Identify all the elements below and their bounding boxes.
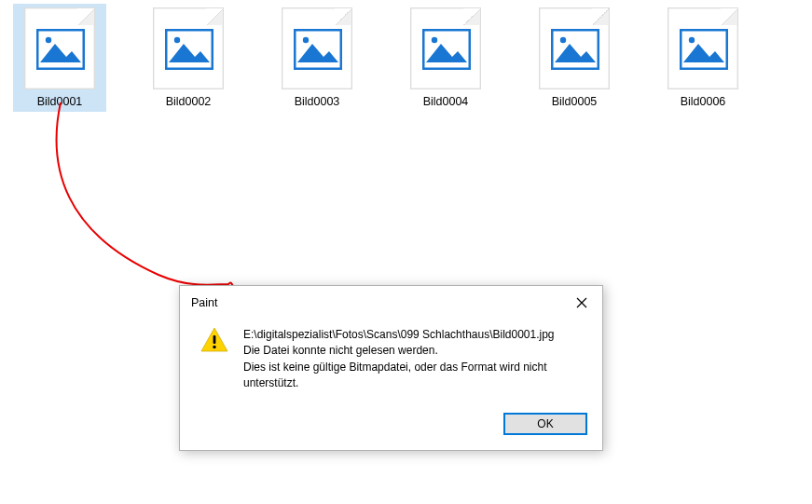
svg-rect-4	[295, 30, 341, 69]
dialog-line1: Die Datei konnte nicht gelesen werden.	[243, 343, 585, 359]
dialog-message: E:\digitalspezialist\Fotos\Scans\099 Sch…	[243, 327, 585, 392]
dialog-title: Paint	[191, 296, 218, 309]
svg-rect-0	[37, 30, 84, 69]
svg-point-13	[213, 346, 215, 348]
dialog-body: E:\digitalspezialist\Fotos\Scans\099 Sch…	[180, 318, 602, 400]
image-file-icon	[667, 7, 738, 89]
file-item[interactable]: Bild0004	[399, 4, 492, 112]
image-file-icon	[282, 7, 352, 89]
file-item[interactable]: Bild0005	[528, 4, 621, 112]
svg-rect-10	[681, 30, 727, 69]
file-label: Bild0004	[423, 95, 469, 108]
svg-rect-2	[166, 30, 213, 69]
file-label: Bild0002	[166, 95, 212, 108]
svg-rect-6	[423, 30, 470, 69]
dialog-footer: OK	[180, 400, 602, 450]
close-button[interactable]	[571, 293, 593, 312]
svg-point-3	[174, 37, 180, 43]
file-grid: Bild0001Bild0002Bild0003Bild0004Bild0005…	[0, 0, 812, 116]
ok-button[interactable]: OK	[503, 413, 587, 435]
close-icon	[576, 297, 587, 308]
image-file-icon	[24, 7, 95, 89]
file-label: Bild0003	[295, 95, 340, 108]
file-item[interactable]: Bild0002	[142, 4, 235, 112]
svg-point-5	[303, 37, 309, 43]
svg-rect-12	[213, 335, 216, 344]
image-file-icon	[539, 7, 610, 89]
file-item[interactable]: Bild0006	[656, 4, 750, 112]
file-label: Bild0005	[552, 95, 598, 108]
file-item[interactable]: Bild0001	[13, 4, 106, 112]
svg-point-7	[432, 37, 437, 43]
file-label: Bild0006	[681, 95, 726, 108]
ok-button-label: OK	[537, 417, 553, 430]
dialog-line2: Dies ist keine gültige Bitmapdatei, oder…	[243, 360, 585, 392]
file-item[interactable]: Bild0003	[270, 4, 364, 112]
error-dialog: Paint E:\digitalspezialist\Fotos\Scans\0…	[179, 285, 603, 451]
dialog-path: E:\digitalspezialist\Fotos\Scans\099 Sch…	[243, 327, 585, 343]
warning-icon	[200, 327, 228, 392]
dialog-titlebar: Paint	[180, 286, 602, 318]
svg-point-1	[46, 37, 51, 43]
image-file-icon	[410, 7, 481, 89]
svg-rect-8	[552, 30, 599, 69]
svg-point-11	[689, 37, 695, 43]
image-file-icon	[153, 7, 224, 89]
svg-point-9	[560, 37, 566, 43]
file-label: Bild0001	[37, 95, 83, 108]
